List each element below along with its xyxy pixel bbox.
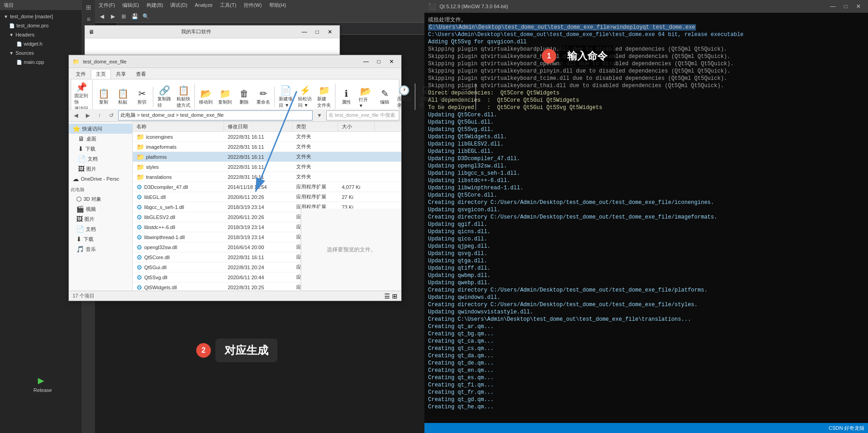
ribbon-tab-view[interactable]: 查看 (131, 69, 151, 79)
ribbon-btn-invertselect[interactable]: ⇄ 反向选择 (455, 83, 474, 110)
file-row[interactable]: 📁 styles 2022/8/31 16:11 文件夹 (133, 162, 401, 172)
nav-item-quickaccess-label: 快速访问 (82, 125, 102, 132)
small-maximize-btn[interactable]: □ (311, 27, 323, 37)
nav-refresh-btn[interactable]: ↺ (106, 110, 116, 120)
nav-item-video[interactable]: 🎬 视频 (69, 204, 132, 214)
small-minimize-btn[interactable]: — (298, 27, 310, 37)
file-row[interactable]: 📁 imageformats 2022/8/31 16:11 文件夹 (133, 142, 401, 152)
ribbon-btn-selectnone[interactable]: ☐ 全都不选 (436, 83, 455, 110)
terminal-maximize-btn[interactable]: □ (840, 1, 852, 11)
search-box[interactable]: 在 test_dome_exe_file 中搜索 (326, 110, 399, 120)
nav-item-pics[interactable]: 🖼 图片 (69, 164, 132, 174)
file-row[interactable]: 📁 iconengines 2022/8/31 16:11 文件夹 (133, 132, 401, 142)
nav-item-downloads[interactable]: ⬇ 下载 (69, 144, 132, 154)
tree-release-item[interactable]: Release (30, 386, 52, 395)
file-row[interactable]: ⚙ libEGL.dll 2020/6/11 20:26 应用程序扩展 27 K… (133, 192, 401, 202)
nav-item-music[interactable]: 🎵 音乐 (69, 244, 132, 254)
file-cell-name: ⚙ opengl32sw.dll (133, 242, 224, 252)
ribbon-btn-rename[interactable]: ✏ 重命名 (254, 87, 272, 107)
col-header-date[interactable]: 修改日期 (224, 122, 293, 132)
nav-forward-btn[interactable]: ▶ (83, 110, 93, 120)
nav-item-pics2[interactable]: 🖼 图片 (69, 214, 132, 224)
terminal-line: Updating qwindows.dll. (428, 294, 864, 301)
menu-analyze[interactable]: Analyze (193, 2, 214, 8)
nav-up-btn[interactable]: ↑ (94, 110, 105, 120)
nav-item-onedrive[interactable]: ☁ OneDrive - Persc (69, 174, 132, 184)
file-row[interactable]: ⚙ D3Dcompiler_47.dll 2014/11/18 18:54 应用… (133, 182, 401, 192)
sidebar-icon-1[interactable]: ⊞ (83, 2, 94, 13)
ribbon-btn-cut[interactable]: ✂ 剪切 (133, 87, 151, 107)
menu-edit[interactable]: 编辑(E) (120, 2, 141, 9)
ribbon-tab-home[interactable]: 主页 (91, 69, 111, 79)
file-explorer[interactable]: 📁 test_dome_exe_file — □ ✕ 文件 主页 共享 查看 📌 (68, 55, 402, 301)
ribbon-btn-delete[interactable]: 🗑 删除 (235, 87, 253, 107)
ribbon-btn-newfolder[interactable]: 📁 新建文件夹 (315, 83, 333, 110)
address-dropdown-btn[interactable]: ▼ (314, 110, 324, 120)
terminal-minimize-btn[interactable]: — (827, 1, 839, 11)
nav-item-3d[interactable]: ⬡ 3D 对象 (69, 194, 132, 204)
nav-item-dl2[interactable]: ⬇ 下载 (69, 234, 132, 244)
menu-build[interactable]: 构建(B) (145, 2, 165, 9)
ribbon-btn-edit[interactable]: ✎ 编辑 (376, 87, 394, 107)
toolbar-btn-5[interactable]: 🔍 (141, 11, 151, 21)
ribbon-btn-paste[interactable]: 📋 粘贴 (114, 87, 132, 107)
small-window-controls: — □ ✕ (298, 27, 336, 37)
explorer-minimize-btn[interactable]: — (360, 57, 372, 67)
file-cell-type: 应用程序扩展 (293, 192, 338, 202)
view-list-btn[interactable]: ☰ (384, 292, 390, 300)
tree-project-file[interactable]: 📄 test_dome.pro (0, 21, 82, 30)
ribbon-tab-file[interactable]: 文件 (71, 69, 91, 79)
file-icon: ⚙ (136, 284, 142, 291)
file-name: libEGL.dll (144, 194, 166, 200)
ribbon-btn-open[interactable]: 📂 打开 ▼ (356, 84, 375, 110)
toolbar-btn-2[interactable]: ▶ (108, 11, 118, 21)
nav-item-docs[interactable]: 📄 文档 (69, 154, 132, 164)
ribbon-btn-quickaccess[interactable]: ⚡ 轻松访问 ▼ (296, 83, 314, 110)
file-cell-name: 📁 styles (133, 162, 224, 172)
menu-tools[interactable]: 工具(T) (218, 2, 238, 9)
nav-item-quickaccess[interactable]: ⭐ 快速访问 (69, 124, 132, 134)
toolbar-btn-1[interactable]: ◀ (97, 11, 107, 21)
explorer-maximize-btn[interactable]: □ (373, 57, 385, 67)
tree-widget-h[interactable]: 📄 widget.h (0, 39, 82, 48)
ribbon-btn-history[interactable]: 🕐 历史记录 (395, 83, 413, 110)
folder-icon: ▼ (9, 32, 14, 37)
ribbon-tab-share[interactable]: 共享 (111, 69, 131, 79)
ribbon-btn-copypath[interactable]: 🔗 复制路径 (155, 83, 173, 110)
terminal-line: Updating libgcc_s_seh-1.dll. (428, 170, 864, 177)
menu-controls[interactable]: 控件(W) (242, 2, 264, 9)
toolbar-btn-3[interactable]: ⊞ (119, 11, 129, 21)
ribbon-btn-copy[interactable]: 📋 复制 (94, 87, 113, 107)
ribbon-btn-properties[interactable]: ℹ 属性 (337, 87, 356, 107)
tree-project-root[interactable]: ▼ test_dome [master] (0, 12, 82, 21)
explorer-status-text: 17 个项目 (73, 292, 94, 299)
ribbon-btn-copypath-label: 复制路径 (157, 96, 171, 109)
ribbon-btn-newitem[interactable]: 📄 新建项目 ▼ (277, 83, 295, 110)
ribbon-btn-selectall[interactable]: ☑ 全部选择 (417, 83, 435, 110)
address-box[interactable]: 此电脑 > test_dome_out > test_dome_exe_file (118, 110, 313, 120)
toolbar-btn-4[interactable]: 💾 (130, 11, 140, 21)
nav-item-pics-label: 图片 (86, 166, 96, 172)
col-header-type[interactable]: 类型 (293, 122, 338, 132)
ribbon-btn-copyto[interactable]: 📁 复制到 (216, 87, 234, 107)
view-grid-btn[interactable]: ⊞ (392, 292, 397, 300)
col-header-size[interactable]: 大小 (338, 122, 375, 132)
ribbon-btn-moveto[interactable]: 📂 移动到 (197, 87, 215, 107)
ribbon-btn-pin[interactable]: 📌 固定到快速访问 (72, 80, 90, 113)
menu-file[interactable]: 文件(F) (97, 2, 117, 9)
tree-headers-folder[interactable]: ▼ Headers (0, 30, 82, 39)
file-row[interactable]: 📁 platforms 2022/8/31 16:11 文件夹 (133, 152, 401, 162)
ribbon-btn-pasteshortcut[interactable]: 📋 粘贴快捷方式 (174, 83, 193, 110)
col-header-name[interactable]: 名称 (133, 122, 224, 132)
sidebar-icon-2[interactable]: ≡ (83, 14, 94, 25)
menu-debug[interactable]: 调试(D) (168, 2, 189, 9)
small-window[interactable]: 🖥 我的车口软件 — □ ✕ (84, 25, 340, 56)
terminal-close-btn[interactable]: ✕ (852, 1, 864, 11)
file-row[interactable]: 📁 translations 2022/8/31 16:11 文件夹 (133, 172, 401, 182)
explorer-close-btn[interactable]: ✕ (386, 57, 397, 67)
nav-item-desktop[interactable]: 🖥 桌面 (69, 134, 132, 144)
small-close-btn[interactable]: ✕ (324, 27, 336, 37)
nav-item-docs2[interactable]: 📄 文档 (69, 224, 132, 234)
nav-back-btn[interactable]: ◀ (71, 110, 81, 120)
menu-help[interactable]: 帮助(H) (267, 2, 288, 9)
